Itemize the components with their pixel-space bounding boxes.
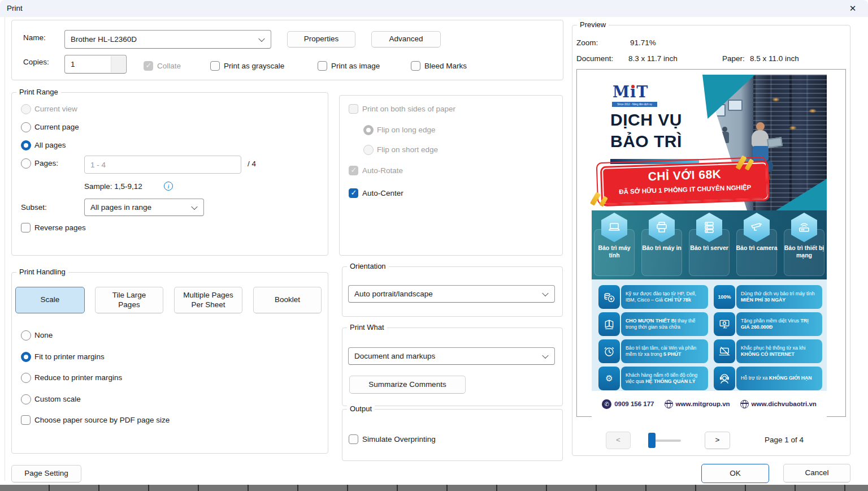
custom-scale-label: Custom scale <box>34 395 81 403</box>
print-dialog: Print ✕ Name: Brother HL-L2360D Properti… <box>0 0 868 491</box>
paper-value: 8.5 x 11.0 inch <box>750 54 799 63</box>
service-tile-text: CHO MƯỢN THIẾT BỊ thay thế trong thời gi… <box>621 312 708 336</box>
all-pages-radio[interactable] <box>21 140 31 150</box>
scale-none-label: None <box>34 331 53 339</box>
contact-text: www.dichvubaotri.vn <box>752 400 817 407</box>
hex-item: Bảo trì máy in <box>640 210 684 279</box>
grayscale-checkbox[interactable] <box>210 61 220 71</box>
page-info: Page 1 of 4 <box>765 436 804 444</box>
ok-button[interactable]: OK <box>701 464 769 483</box>
copies-label: Copies: <box>23 58 49 66</box>
copies-stepper[interactable] <box>111 56 125 72</box>
current-page-radio[interactable] <box>21 122 31 132</box>
tab-tile-large-pages[interactable]: Tile Large Pages <box>95 287 163 313</box>
prev-page-button[interactable]: < <box>606 432 631 449</box>
service-tile-text: Bảo trì tận tâm, cài Win và phần mềm từ … <box>621 339 708 363</box>
print-what-select[interactable]: Document and markups <box>348 347 555 365</box>
summarize-comments-button[interactable]: Summarize Comments <box>349 376 466 394</box>
headset-icon <box>714 367 735 390</box>
auto-center-label: Auto-Center <box>362 189 403 197</box>
copies-input[interactable]: 1 <box>64 55 127 74</box>
contact-item: ✆0909 156 177 <box>602 399 654 409</box>
both-sides-label: Print on both sides of paper <box>362 105 455 113</box>
coins-icon <box>598 285 620 309</box>
laptop-icon <box>607 221 621 234</box>
hex-item: Bảo trì thiết bị mạng <box>782 210 826 279</box>
hex-item-label: Bảo trì máy tính <box>593 244 635 259</box>
duplex-group: Print on both sides of paper Flip on lon… <box>339 95 563 256</box>
hex-item-label: Bảo trì máy in <box>641 244 683 252</box>
mit-logo-tagline: Since 2012 - Nâng tầm dịch vụ <box>612 102 657 107</box>
auto-center-checkbox[interactable] <box>349 188 358 198</box>
background-app-strip <box>0 485 868 491</box>
properties-button[interactable]: Properties <box>287 31 355 48</box>
close-icon[interactable]: ✕ <box>847 3 859 14</box>
service-tiles: Kỹ sư được đào tạo từ HP, Dell, IBM, Cis… <box>592 279 827 391</box>
contact-text: www.mitgroup.vn <box>676 400 730 407</box>
hex-item: Bảo trì máy tính <box>592 210 636 279</box>
technician-figure <box>756 122 765 131</box>
info-icon[interactable]: i <box>164 182 173 191</box>
paper-label: Paper: <box>722 54 745 63</box>
dialog-titlebar: Print ✕ <box>0 0 868 17</box>
zoom-value: 91.71% <box>630 38 656 47</box>
orientation-value: Auto portrait/landscape <box>354 290 433 298</box>
pages-sample: Sample: 1,5-9,12 <box>84 182 142 191</box>
phone-icon: ✆ <box>602 399 611 409</box>
zoom-slider-handle[interactable] <box>648 433 656 448</box>
flyer-heading-line2: BẢO TRÌ <box>610 132 682 151</box>
router-icon <box>797 221 811 234</box>
next-page-button[interactable]: > <box>705 432 730 449</box>
chevron-down-icon <box>191 203 197 209</box>
tab-booklet[interactable]: Booklet <box>253 287 322 313</box>
paper-source-checkbox[interactable] <box>21 415 31 425</box>
orientation-select[interactable]: Auto portrait/landscape <box>348 285 555 303</box>
scale-none-radio[interactable] <box>21 330 31 341</box>
service-tile-text: Tặng phần mềm diệt Virus TRỊ GIÁ 260.000… <box>736 312 822 336</box>
pages-radio[interactable] <box>21 158 31 169</box>
custom-scale-radio[interactable] <box>21 394 31 404</box>
output-group: Output Simulate Overprinting <box>342 409 563 461</box>
collate-checkbox <box>144 61 153 71</box>
subset-label: Subset: <box>21 203 47 212</box>
collate-label: Collate <box>157 62 181 70</box>
hex-items: Bảo trì máy tính Bảo trì máy in Bảo trì … <box>592 210 827 279</box>
printer-icon <box>655 221 669 234</box>
pages-input[interactable]: 1 - 4 <box>84 156 241 174</box>
rack-light <box>789 126 797 130</box>
print-as-image-checkbox[interactable] <box>318 61 327 71</box>
advanced-button[interactable]: Advanced <box>371 31 441 48</box>
service-tile-text: Khách hàng nắm rõ tiến độ công việc qua … <box>621 367 708 390</box>
name-label: Name: <box>23 33 46 42</box>
bleed-marks-checkbox[interactable] <box>411 61 420 71</box>
antivirus-monitor-icon <box>714 312 735 336</box>
chevron-down-icon <box>542 290 548 296</box>
tab-scale[interactable]: Scale <box>15 287 85 313</box>
page-setting-button[interactable]: Page Setting <box>11 465 81 483</box>
reverse-pages-label: Reverse pages <box>34 223 86 232</box>
document-value: 8.3 x 11.7 inch <box>628 54 678 63</box>
server-icon <box>702 221 716 234</box>
orientation-group: Orientation Auto portrait/landscape <box>342 266 563 317</box>
simulate-overprinting-checkbox[interactable] <box>349 434 358 444</box>
cancel-button[interactable]: Cancel <box>783 464 850 483</box>
preview-title: Preview <box>577 20 609 29</box>
printer-name-select[interactable]: Brother HL-L2360D <box>64 30 271 49</box>
fit-margins-radio[interactable] <box>21 352 31 362</box>
chevron-down-icon <box>542 352 548 358</box>
fit-margins-label: Fit to printer margins <box>34 352 105 361</box>
dialog-left-edge <box>5 17 5 481</box>
reduce-margins-radio[interactable] <box>21 373 31 383</box>
reverse-pages-checkbox[interactable] <box>21 223 31 232</box>
flip-short-label: Flip on short edge <box>377 145 438 154</box>
copies-value: 1 <box>71 60 75 68</box>
tab-multiple-pages[interactable]: Multiple Pages Per Sheet <box>174 287 242 313</box>
subset-select[interactable]: All pages in range <box>84 199 204 216</box>
print-what-title: Print What <box>347 323 387 331</box>
pages-input-value: 1 - 4 <box>90 161 106 169</box>
hex-item-label: Bảo trì server <box>688 244 730 252</box>
flip-short-radio <box>363 145 374 155</box>
print-handling-title: Print Handling <box>16 268 68 276</box>
reduce-margins-label: Reduce to printer margins <box>34 373 122 382</box>
contact-item: www.mitgroup.vn <box>665 400 730 408</box>
